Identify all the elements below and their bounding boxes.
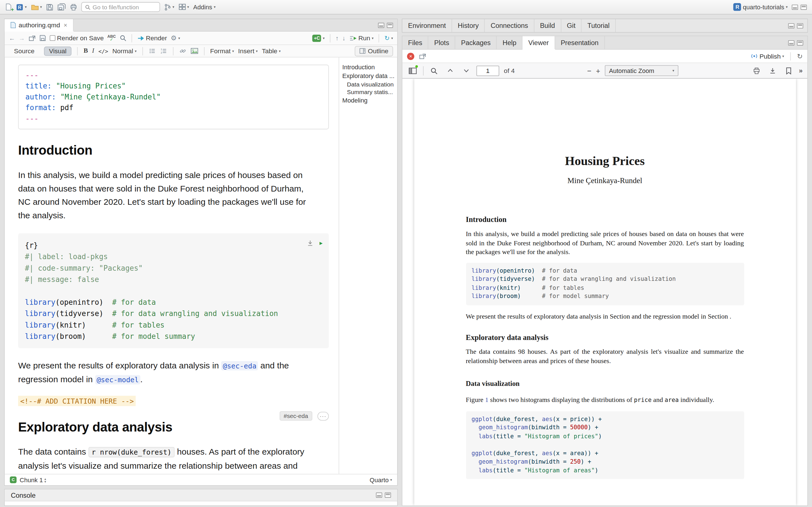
go-next-section-button[interactable]: ↓	[342, 34, 345, 42]
render-on-save-checkbox[interactable]: Render on Save	[50, 34, 104, 42]
outline-item-summary-statistics[interactable]: Summary statis...	[342, 88, 395, 96]
tab-build[interactable]: Build	[534, 19, 561, 32]
crossref-sec-model[interactable]: @sec-model	[95, 375, 140, 385]
maximize-pane-button[interactable]	[797, 23, 803, 28]
format-menu[interactable]: Format▾	[210, 47, 234, 55]
pdf-find-button[interactable]	[428, 65, 440, 76]
maximize-pane-button[interactable]	[387, 22, 393, 27]
pdf-bookmark-button[interactable]	[783, 65, 794, 76]
section-options-button[interactable]: ···	[317, 411, 329, 420]
visual-mode-button[interactable]: Visual	[44, 46, 71, 55]
pdf-more-tools-button[interactable]: »	[799, 67, 803, 75]
spellcheck-button[interactable]: ABC✓	[107, 35, 116, 41]
bold-button[interactable]: B	[84, 47, 88, 55]
pdf-zoom-out-button[interactable]: −	[587, 66, 591, 75]
new-file-button[interactable]: +	[5, 3, 12, 11]
yaml-metadata-block[interactable]: ---title: "Housing Prices"author: "Mine …	[18, 65, 329, 129]
inline-code-button[interactable]: </>	[98, 48, 108, 54]
tab-connections[interactable]: Connections	[485, 19, 534, 32]
insert-menu[interactable]: Insert▾	[238, 47, 258, 55]
tab-packages[interactable]: Packages	[455, 36, 497, 49]
tab-plots[interactable]: Plots	[428, 36, 455, 49]
workspace-panes-button[interactable]: ▾	[179, 4, 189, 10]
new-project-button[interactable]: R ▾	[16, 3, 27, 11]
source-mode-button[interactable]: Source	[9, 46, 40, 55]
save-all-button[interactable]	[57, 3, 66, 11]
section-id-badge[interactable]: #sec-eda	[280, 411, 312, 420]
outline-item-eda[interactable]: Exploratory data ...	[342, 71, 395, 80]
go-previous-section-button[interactable]: ↑	[336, 34, 339, 42]
block-format-select[interactable]: Normal ▾	[112, 47, 137, 55]
maximize-pane-button[interactable]	[797, 40, 803, 45]
close-tab-icon[interactable]: ×	[64, 21, 67, 29]
insert-link-button[interactable]	[179, 48, 186, 54]
pdf-next-page-button[interactable]	[460, 65, 472, 76]
addins-menu[interactable]: Addins ▾	[193, 3, 215, 11]
viewer-popout-button[interactable]	[419, 53, 426, 59]
goto-file-input[interactable]	[93, 4, 156, 10]
publish-button[interactable]: Publish ▾	[750, 52, 784, 60]
chunk-navigator[interactable]: Chunk 1 ▴▾	[20, 476, 46, 484]
inline-r-code[interactable]: r nrow(duke_forest)	[89, 447, 175, 457]
render-button[interactable]: Render	[137, 34, 167, 42]
outline-item-data-visualization[interactable]: Data visualization	[342, 80, 395, 88]
tab-tutorial[interactable]: Tutorial	[581, 19, 616, 32]
minimize-window-button[interactable]	[792, 4, 798, 10]
tab-files[interactable]: Files	[402, 36, 428, 49]
outline-item-introduction[interactable]: Introduction	[342, 62, 395, 71]
table-menu[interactable]: Table▾	[262, 47, 281, 55]
doc-type-selector[interactable]: Quarto ▾	[370, 476, 392, 484]
tab-history[interactable]: History	[452, 19, 485, 32]
tab-presentation[interactable]: Presentation	[555, 36, 605, 49]
html-comment-citation[interactable]: <!--# ADD CITATION HERE -->	[18, 396, 136, 406]
popout-button[interactable]	[29, 35, 36, 41]
tab-git[interactable]: Git	[561, 19, 581, 32]
minimize-pane-button[interactable]	[376, 493, 382, 498]
open-file-button[interactable]: ▾	[31, 4, 42, 10]
minimize-pane-button[interactable]	[788, 40, 794, 45]
run-chunks-above-button[interactable]	[307, 240, 313, 246]
tab-viewer[interactable]: Viewer	[523, 36, 555, 49]
goto-file-search[interactable]	[81, 2, 160, 12]
outline-toggle-button[interactable]: Outline	[355, 46, 393, 56]
version-control-button[interactable]: ▾	[164, 3, 174, 11]
crossref-sec-eda[interactable]: @sec-eda	[221, 361, 258, 371]
back-button[interactable]: ←	[9, 34, 15, 42]
pdf-viewport[interactable]: Housing Prices Mine Çetinkaya-Rundel Int…	[402, 78, 807, 505]
italic-button[interactable]: I	[92, 47, 94, 55]
bullet-list-button[interactable]	[149, 48, 156, 54]
insert-chunk-button[interactable]: +C ▾	[312, 34, 324, 42]
maximize-window-button[interactable]	[801, 4, 807, 10]
tab-authoring-qmd[interactable]: authoring.qmd ×	[5, 19, 73, 31]
pdf-zoom-in-button[interactable]: +	[596, 66, 600, 75]
pdf-page-number-input[interactable]	[476, 65, 499, 76]
minimize-pane-button[interactable]	[788, 23, 794, 28]
visual-editor-surface[interactable]: ---title: "Housing Prices"author: "Mine …	[5, 57, 339, 474]
pdf-download-button[interactable]	[767, 65, 778, 76]
forward-button[interactable]: →	[18, 34, 25, 42]
save-doc-button[interactable]	[40, 35, 46, 41]
pdf-figure-link[interactable]: 1	[485, 396, 488, 404]
rerun-button[interactable]: ↻ ▾	[385, 34, 393, 42]
render-settings-button[interactable]: ⚙ ▾	[170, 34, 180, 42]
insert-image-button[interactable]	[190, 48, 198, 54]
project-menu[interactable]: R quarto-tutorials ▾	[733, 3, 788, 11]
chunk-stepper[interactable]: ▴▾	[44, 477, 46, 482]
refresh-viewer-button[interactable]: ↻	[797, 52, 803, 60]
pdf-previous-page-button[interactable]	[444, 65, 456, 76]
pdf-print-button[interactable]	[751, 65, 762, 76]
pdf-zoom-select[interactable]: Automatic Zoom ▾	[605, 65, 678, 76]
tab-help[interactable]: Help	[497, 36, 522, 49]
maximize-pane-button[interactable]	[385, 493, 391, 498]
clear-viewer-button[interactable]: ×	[407, 52, 414, 60]
pdf-sidebar-toggle[interactable]	[407, 65, 418, 76]
print-button[interactable]	[70, 3, 77, 11]
minimize-pane-button[interactable]	[378, 22, 384, 27]
run-button[interactable]: Run ▾	[349, 34, 373, 42]
run-chunk-button[interactable]: ▶	[319, 237, 322, 249]
save-button[interactable]	[46, 3, 54, 11]
tab-environment[interactable]: Environment	[402, 19, 452, 32]
numbered-list-button[interactable]: 12	[160, 48, 167, 54]
code-chunk-load-pkgs[interactable]: ▶ {r}#| label: load-pkgs#| code-summary:…	[18, 233, 329, 348]
find-replace-button[interactable]	[119, 35, 126, 41]
